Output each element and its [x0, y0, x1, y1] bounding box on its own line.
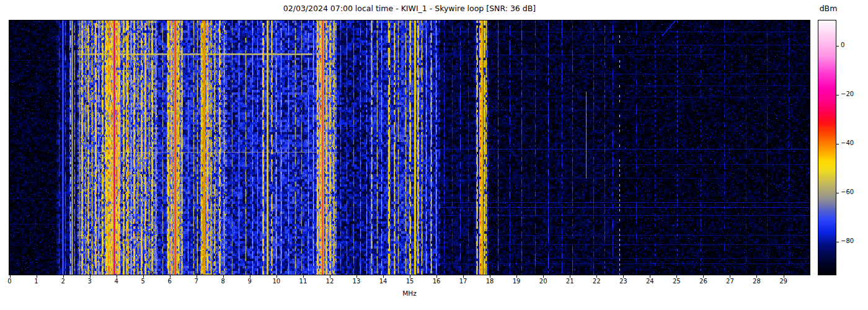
- x-tick-label: 16: [427, 278, 446, 285]
- plot-title: 02/03/2024 07:00 local time - KIWI_1 - S…: [9, 4, 810, 13]
- x-tick-label: 29: [774, 278, 793, 285]
- x-tick-label: 14: [374, 278, 392, 285]
- x-tick-label: 21: [560, 278, 579, 285]
- x-tick-label: 15: [401, 278, 419, 285]
- x-tick-label: 6: [161, 278, 179, 285]
- x-axis-label: MHz: [9, 290, 810, 297]
- x-tick-label: 26: [694, 278, 712, 285]
- x-tick-label: 11: [294, 278, 312, 285]
- colorbar-tick-label: 0: [841, 42, 844, 48]
- x-tick-label: 22: [587, 278, 606, 285]
- x-tick-label: 8: [214, 278, 232, 285]
- x-tick-label: 5: [134, 278, 153, 285]
- x-tick-label: 18: [480, 278, 499, 285]
- x-tick-label: 19: [507, 278, 526, 285]
- x-tick-label: 24: [640, 278, 659, 285]
- x-tick-label: 23: [614, 278, 632, 285]
- x-tick-label: 25: [667, 278, 686, 285]
- x-tick-label: 7: [187, 278, 206, 285]
- colorbar-tick-label: −40: [841, 140, 854, 146]
- colorbar-tick-mark: [836, 144, 839, 144]
- colorbar: [818, 20, 836, 275]
- colorbar-tick-mark: [836, 46, 839, 46]
- spectrogram-canvas: [9, 20, 810, 275]
- x-tick-label: 27: [720, 278, 739, 285]
- x-tick-label: 0: [1, 278, 19, 285]
- x-tick-label: 2: [54, 278, 73, 285]
- x-tick-label: 28: [747, 278, 766, 285]
- x-tick-label: 4: [107, 278, 126, 285]
- plot-frame: [9, 20, 810, 275]
- x-tick-label: 13: [347, 278, 366, 285]
- colorbar-canvas: [818, 20, 836, 275]
- colorbar-tick-label: −20: [841, 91, 854, 97]
- x-tick-label: 3: [81, 278, 99, 285]
- x-tick-label: 1: [27, 278, 46, 285]
- colorbar-title: dBm: [810, 4, 847, 13]
- colorbar-tick-mark: [836, 193, 839, 193]
- x-tick-label: 10: [267, 278, 286, 285]
- colorbar-tick-mark: [836, 95, 839, 95]
- x-tick-label: 20: [534, 278, 552, 285]
- x-tick-label: 12: [321, 278, 339, 285]
- x-tick-label: 17: [454, 278, 472, 285]
- colorbar-tick-mark: [836, 242, 839, 242]
- colorbar-tick-label: −80: [841, 237, 854, 244]
- spectrogram-figure: 02/03/2024 07:00 local time - KIWI_1 - S…: [0, 0, 868, 310]
- colorbar-tick-label: −60: [841, 188, 854, 195]
- x-tick-label: 9: [241, 278, 259, 285]
